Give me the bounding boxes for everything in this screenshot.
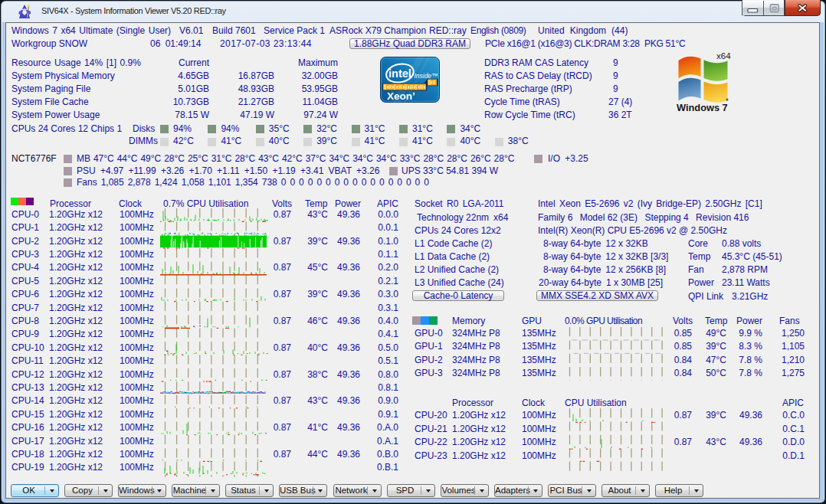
svg-text:Windows 7: Windows 7 <box>677 102 728 113</box>
svg-text:x64: x64 <box>716 51 731 61</box>
svg-text:Inside™: Inside™ <box>414 72 438 80</box>
svg-text:intel: intel <box>388 67 411 80</box>
svg-text:Xeon’: Xeon’ <box>387 90 415 102</box>
